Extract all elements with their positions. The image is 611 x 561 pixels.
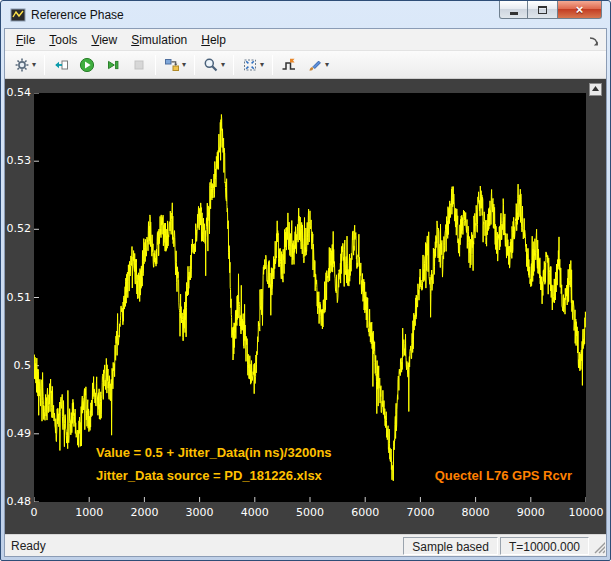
signal-trace [34, 115, 586, 481]
x-tick-label: 5000 [288, 506, 332, 519]
x-tick-label: 7000 [398, 506, 442, 519]
status-bar: Ready Sample based T=10000.000 [5, 534, 606, 556]
y-tick-label: 0.52 [5, 222, 31, 235]
window-title: Reference Phase [26, 8, 124, 22]
y-tick-label: 0.53 [5, 154, 31, 167]
gear-icon [14, 57, 30, 73]
trigger-icon [281, 57, 297, 73]
menu-item-file[interactable]: File [9, 30, 42, 50]
sample-mode-cell: Sample based [403, 537, 498, 555]
menu-item-simulation[interactable]: Simulation [124, 30, 194, 50]
step-forward-icon [105, 57, 121, 73]
title-bar[interactable]: Reference Phase × [4, 1, 607, 28]
x-tick-label: 4000 [233, 506, 277, 519]
annotation-right: Quectel L76 GPS Rcvr [435, 468, 572, 483]
x-tick-label: 1000 [67, 506, 111, 519]
fit-icon [242, 57, 258, 73]
toolbar-separator [233, 55, 234, 75]
brush-icon [307, 57, 323, 73]
up-arrow-icon [591, 85, 600, 94]
y-tick-label: 0.5 [5, 359, 31, 372]
dropdown-arrow-icon[interactable]: ▾ [260, 60, 264, 69]
close-icon: × [576, 2, 584, 18]
stop-icon [131, 57, 147, 73]
run-button[interactable] [75, 53, 99, 77]
y-tick-label: 0.51 [5, 291, 31, 304]
plot-area: Value = 0.5 + Jitter_Data(in ns)/3200ns … [34, 93, 586, 502]
window-controls: × [499, 1, 602, 19]
dropdown-arrow-icon[interactable]: ▾ [182, 60, 186, 69]
toolbar-separator [155, 55, 156, 75]
style-button[interactable]: ▾ [303, 53, 333, 77]
maximize-icon [538, 6, 547, 14]
minimize-icon [510, 12, 518, 15]
toolbar: ▾▾▾▾▾ [5, 51, 606, 79]
y-tick-label: 0.54 [5, 86, 31, 99]
x-tick-label: 10000 [564, 506, 606, 519]
maximize-axes-button[interactable] [589, 83, 602, 96]
scope-app-icon [10, 7, 26, 23]
dropdown-arrow-icon[interactable]: ▾ [325, 60, 329, 69]
step-forward-button[interactable] [101, 53, 125, 77]
run-icon [79, 57, 95, 73]
scope-canvas: Value = 0.5 + Jitter_Data(in ns)/3200ns … [5, 79, 606, 534]
step-options-icon [164, 57, 180, 73]
stop-button[interactable] [127, 53, 151, 77]
menu-item-tools[interactable]: Tools [42, 30, 84, 50]
x-tick-label: 2000 [122, 506, 166, 519]
dropdown-arrow-icon[interactable]: ▾ [32, 60, 36, 69]
menu-item-help[interactable]: Help [194, 30, 233, 50]
x-tick-label: 0 [12, 506, 56, 519]
close-button[interactable]: × [557, 1, 602, 19]
y-tick-label: 0.49 [5, 427, 31, 440]
annotation-line2: Jitter_Data source = PD_181226.xlsx [96, 468, 322, 483]
menu-item-view[interactable]: View [84, 30, 124, 50]
resize-grip[interactable] [591, 537, 605, 555]
zoom-button[interactable]: ▾ [199, 53, 229, 77]
status-text: Ready [11, 539, 46, 553]
sim-time-cell: T=10000.000 [500, 537, 589, 555]
toolbar-separator [194, 55, 195, 75]
step-options-button[interactable]: ▾ [160, 53, 190, 77]
dropdown-arrow-icon[interactable]: ▾ [221, 60, 225, 69]
fit-to-view-button[interactable]: ▾ [238, 53, 268, 77]
annotation-line1: Value = 0.5 + Jitter_Data(in ns)/3200ns [96, 445, 332, 460]
menu-bar: FileToolsViewSimulationHelp [5, 29, 606, 51]
zoom-icon [203, 57, 219, 73]
trigger-button[interactable] [277, 53, 301, 77]
window-client-area: FileToolsViewSimulationHelp ▾▾▾▾▾ Value … [4, 28, 607, 557]
parameters-button[interactable]: ▾ [10, 53, 40, 77]
x-tick-label: 3000 [178, 506, 222, 519]
scope-window: Reference Phase × FileToolsViewSimulatio… [0, 0, 611, 561]
minimize-button[interactable] [499, 1, 528, 19]
x-tick-label: 8000 [454, 506, 498, 519]
toolbar-separator [44, 55, 45, 75]
dock-arrow-icon[interactable] [588, 34, 600, 46]
trace-plot [34, 93, 586, 502]
x-tick-label: 6000 [343, 506, 387, 519]
highlight-block-button[interactable] [49, 53, 73, 77]
highlight-block-icon [53, 57, 69, 73]
toolbar-separator [272, 55, 273, 75]
x-tick-label: 9000 [509, 506, 553, 519]
maximize-button[interactable] [528, 1, 557, 19]
